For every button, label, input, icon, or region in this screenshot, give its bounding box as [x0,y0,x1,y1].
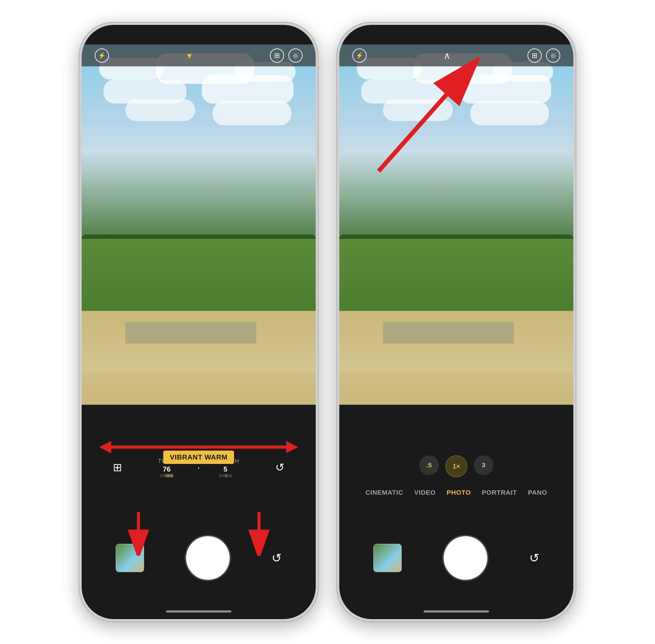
camera-viewfinder-2 [339,45,573,405]
cloud [459,75,551,104]
warmth-slider[interactable] [219,474,232,477]
mode-video[interactable]: VIDEO [414,489,435,496]
status-bar-1: ⚡ ▾ ⊞ ◎ [82,45,316,66]
thumbnail-1[interactable] [116,544,144,572]
notch-1 [164,25,234,42]
mode-selector: CINEMATIC VIDEO PHOTO PORTRAIT PANO [339,484,573,501]
action-row-1: ↺ [82,536,316,580]
arrow-left-head [99,441,111,453]
patio-stone-2 [383,322,514,344]
shutter-container [186,536,230,580]
arrow-shaft [111,445,286,448]
arrow-right-head [286,441,298,453]
home-indicator-1 [166,611,231,613]
tone-slider[interactable] [160,474,173,477]
reset-btn[interactable]: ↺ [275,461,285,474]
dot-indicator: • [163,466,234,471]
cloud [213,101,291,125]
shutter-button-1[interactable] [186,536,230,580]
layers-icon-1[interactable]: ⊞ [270,48,284,63]
cloud [202,75,293,104]
zoom-05-btn[interactable]: .5 [419,455,439,475]
phone-screen-2: ⚡ ∧ ⊞ ◎ [339,25,573,619]
vibrant-warm-badge: VIBRANT WARM • [163,451,234,471]
live-icon-2[interactable]: ◎ [546,48,560,63]
flash-icon-2[interactable]: ⚡ [353,48,367,63]
phone-1: ⚡ ▾ ⊞ ◎ VIBRANT WARM [78,22,319,622]
flip-camera-btn-1[interactable]: ↺ [272,551,281,565]
cloud [470,101,549,125]
live-icon-1[interactable]: ◎ [288,48,302,63]
home-indicator-2 [424,611,489,613]
cloud [383,99,453,121]
shutter-button-2[interactable] [444,536,487,580]
chevron-up-btn-2[interactable]: ∧ [444,50,450,61]
zoom-controls: .5 1× 3 [339,455,573,477]
layers-icon-2[interactable]: ⊞ [527,48,542,63]
mode-cinematic[interactable]: CINEMATIC [365,489,403,496]
mode-pano[interactable]: PANO [528,489,547,496]
grass-2 [339,239,573,322]
status-bar-2: ⚡ ∧ ⊞ ◎ [339,45,573,66]
flip-camera-btn-2[interactable]: ↺ [529,551,539,565]
flash-icon-1[interactable]: ⚡ [95,48,109,63]
chevron-down-btn-1[interactable]: ▾ [187,50,192,61]
layers-btn[interactable]: ⊞ [113,461,122,474]
zoom-3x-btn[interactable]: 3 [474,455,493,475]
phone-2: ⚡ ∧ ⊞ ◎ [336,22,577,622]
thumbnail-2[interactable] [374,544,402,572]
zoom-1x-btn[interactable]: 1× [445,455,467,477]
camera-viewfinder-1 [82,45,316,405]
patio-stone [125,322,256,344]
filter-label: VIBRANT WARM [163,451,234,464]
notch-2 [421,25,491,42]
mode-photo[interactable]: PHOTO [447,489,471,496]
grass [82,239,316,322]
cloud [125,99,195,121]
phone-screen-1: ⚡ ▾ ⊞ ◎ VIBRANT WARM [82,25,316,619]
action-row-2: ↺ [339,536,573,580]
mode-portrait[interactable]: PORTRAIT [482,489,517,496]
